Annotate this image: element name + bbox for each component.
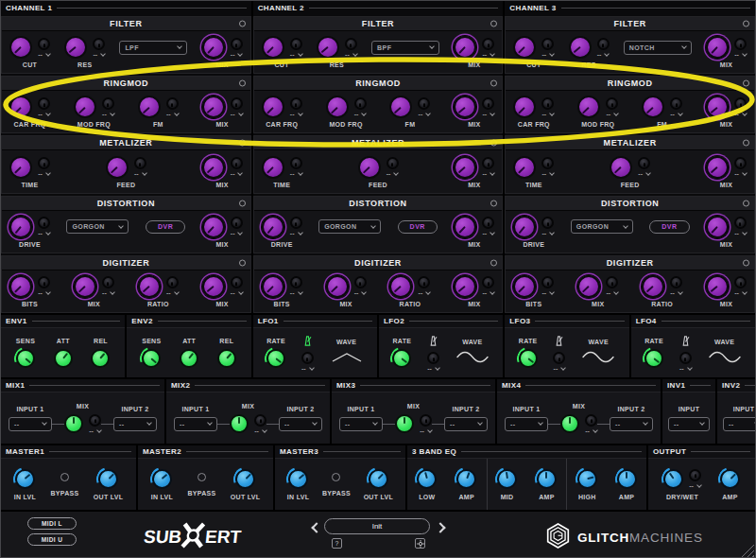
rate-knob[interactable] bbox=[266, 349, 285, 368]
mod-source-select[interactable]: -- bbox=[301, 366, 314, 372]
settings-gear-button[interactable] bbox=[415, 538, 425, 549]
knob-mix[interactable] bbox=[202, 36, 225, 59]
mod-amount-knob[interactable] bbox=[482, 157, 494, 169]
knob-ratio-2[interactable] bbox=[138, 275, 161, 298]
mod-amount-knob[interactable] bbox=[290, 97, 302, 110]
knob-mod-frq-1[interactable] bbox=[577, 96, 600, 118]
mod-source-select[interactable]: -- bbox=[290, 231, 302, 236]
mod-amount-knob[interactable] bbox=[290, 276, 302, 288]
mod-amount-knob[interactable] bbox=[418, 276, 430, 288]
mod-amount-knob[interactable] bbox=[734, 38, 747, 50]
mod-source-select[interactable]: -- bbox=[427, 366, 439, 372]
mod-amount-knob[interactable] bbox=[734, 97, 747, 110]
knob-cut[interactable] bbox=[262, 36, 284, 59]
knob-car-frq-0[interactable] bbox=[262, 96, 284, 118]
knob-res[interactable] bbox=[64, 36, 87, 59]
mod-amount-knob[interactable] bbox=[38, 97, 50, 110]
mod-source-select[interactable]: -- bbox=[606, 290, 618, 296]
filter-type-dropdown[interactable]: LPF bbox=[119, 41, 187, 55]
mod-amount-knob[interactable] bbox=[231, 217, 243, 229]
input1-dropdown[interactable]: -- bbox=[339, 417, 383, 431]
knob-bits-0[interactable] bbox=[9, 275, 32, 298]
out-level-knob[interactable] bbox=[235, 469, 255, 489]
knob-low[interactable] bbox=[417, 469, 437, 489]
mod-amount-knob[interactable] bbox=[606, 276, 618, 288]
mod-amount-knob[interactable] bbox=[482, 276, 494, 288]
knob-sens[interactable] bbox=[142, 349, 161, 368]
filter-type-dropdown[interactable]: NOTCH bbox=[624, 41, 692, 55]
mod-source-select[interactable]: -- bbox=[231, 52, 243, 58]
mod-source-select[interactable]: -- bbox=[679, 366, 692, 372]
knob-amp[interactable] bbox=[456, 469, 476, 489]
mod-amount-knob[interactable] bbox=[585, 414, 597, 427]
bypass-led[interactable] bbox=[743, 140, 749, 147]
mod-amount-knob[interactable] bbox=[89, 414, 101, 427]
mod-amount-knob[interactable] bbox=[354, 276, 367, 288]
mod-amount-knob[interactable] bbox=[166, 97, 179, 110]
mod-amount-knob[interactable] bbox=[290, 217, 302, 229]
mod-amount-knob[interactable] bbox=[638, 157, 650, 169]
mod-amount-knob[interactable] bbox=[231, 157, 243, 169]
mod-source-select[interactable]: -- bbox=[290, 290, 302, 296]
mod-amount-knob[interactable] bbox=[734, 276, 747, 288]
mod-amount-knob[interactable] bbox=[420, 414, 432, 427]
mod-source-select[interactable]: -- bbox=[482, 231, 494, 236]
knob-ratio-2[interactable] bbox=[642, 275, 664, 298]
mod-amount-knob[interactable] bbox=[93, 38, 105, 50]
mod-source-select[interactable]: -- bbox=[38, 171, 50, 177]
mod-amount-knob[interactable] bbox=[345, 38, 357, 50]
mod-source-select[interactable]: -- bbox=[134, 171, 146, 177]
in-level-knob[interactable] bbox=[152, 469, 172, 489]
mod-source-select[interactable]: -- bbox=[93, 52, 105, 58]
mod-source-select[interactable]: -- bbox=[670, 290, 682, 296]
knob-fm-2[interactable] bbox=[642, 96, 664, 118]
mod-amount-knob[interactable] bbox=[301, 352, 314, 364]
mod-amount-knob[interactable] bbox=[38, 217, 50, 229]
mod-source-select[interactable]: -- bbox=[419, 290, 431, 296]
mod-amount-knob[interactable] bbox=[231, 97, 243, 110]
mod-amount-knob[interactable] bbox=[38, 276, 50, 288]
distortion-mode-dropdown[interactable]: GORGON bbox=[571, 219, 633, 234]
knob-mix-1[interactable] bbox=[577, 275, 600, 298]
mod-source-select[interactable]: -- bbox=[89, 428, 101, 434]
bypass-led[interactable] bbox=[239, 21, 246, 27]
mod-amount-knob[interactable] bbox=[689, 469, 701, 481]
knob-mix-3[interactable] bbox=[706, 96, 729, 118]
bypass-button[interactable] bbox=[60, 473, 69, 481]
mod-source-select[interactable]: -- bbox=[542, 290, 555, 296]
bypass-led[interactable] bbox=[239, 200, 246, 206]
mod-source-select[interactable]: -- bbox=[542, 171, 555, 177]
mod-source-select[interactable]: -- bbox=[482, 171, 494, 177]
mod-amount-knob[interactable] bbox=[102, 276, 114, 288]
bypass-led[interactable] bbox=[490, 140, 497, 147]
mod-source-select[interactable]: -- bbox=[670, 112, 682, 117]
wave-triangle-icon[interactable] bbox=[330, 350, 364, 367]
knob-feed-1[interactable] bbox=[610, 156, 632, 179]
mod-amount-knob[interactable] bbox=[254, 414, 266, 427]
in-level-knob[interactable] bbox=[15, 469, 35, 489]
help-button[interactable]: ? bbox=[332, 538, 342, 549]
knob-mix-2[interactable] bbox=[706, 156, 729, 179]
knob-mix[interactable] bbox=[706, 216, 729, 238]
wave-sine-icon[interactable] bbox=[455, 350, 490, 367]
mod-source-select[interactable]: -- bbox=[231, 171, 243, 177]
mod-source-select[interactable]: -- bbox=[166, 290, 179, 296]
knob-cut[interactable] bbox=[513, 36, 536, 59]
mod-source-select[interactable]: -- bbox=[354, 290, 367, 296]
mod-source-select[interactable]: -- bbox=[290, 52, 302, 58]
mod-amount-knob[interactable] bbox=[670, 276, 682, 288]
mod-amount-knob[interactable] bbox=[290, 157, 302, 169]
resize-handle[interactable] bbox=[740, 544, 754, 558]
knob-mod-frq-1[interactable] bbox=[74, 96, 96, 118]
mod-amount-knob[interactable] bbox=[290, 38, 302, 50]
mod-source-select[interactable]: -- bbox=[734, 290, 747, 296]
knob-mix-3[interactable] bbox=[202, 275, 225, 298]
in-level-knob[interactable] bbox=[288, 469, 308, 489]
mod-source-select[interactable]: -- bbox=[254, 428, 266, 434]
mod-source-select[interactable]: -- bbox=[102, 112, 114, 117]
input1-dropdown[interactable]: -- bbox=[505, 417, 548, 431]
bypass-led[interactable] bbox=[239, 140, 246, 147]
knob-drive[interactable] bbox=[513, 216, 536, 238]
mod-amount-knob[interactable] bbox=[482, 97, 494, 110]
metronome-icon[interactable] bbox=[428, 334, 438, 351]
